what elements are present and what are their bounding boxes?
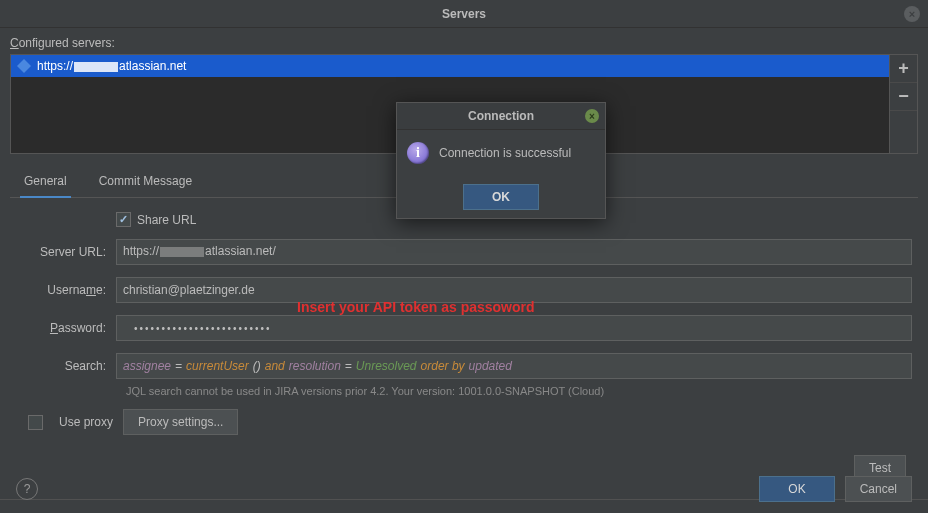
dialog-message: Connection is successful [439,146,571,160]
connection-dialog: Connection × i Connection is successful … [396,102,606,219]
cancel-button[interactable]: Cancel [845,476,912,502]
jql-help-text: JQL search cannot be used in JIRA versio… [126,385,912,397]
tab-general[interactable]: General [20,168,71,198]
window-titlebar: Servers × [0,0,928,28]
window-title: Servers [442,7,486,21]
username-label: Username: [16,283,116,297]
dialog-close-icon[interactable]: × [585,109,599,123]
dialog-ok-button[interactable]: OK [463,184,539,210]
use-proxy-checkbox[interactable] [28,415,43,430]
server-url-input[interactable]: https://atlassian.net/ [116,239,912,265]
server-list-toolbar: + − [889,55,917,153]
search-input[interactable]: assignee = currentUser() and resolution … [116,353,912,379]
password-input[interactable] [116,315,912,341]
password-label: Password: [16,321,116,335]
search-label: Search: [16,359,116,373]
help-button[interactable]: ? [16,478,38,500]
info-icon: i [407,142,429,164]
share-url-checkbox[interactable] [116,212,131,227]
username-input[interactable] [116,277,912,303]
redaction-mask [74,62,118,72]
jira-icon [17,59,31,73]
dialog-titlebar: Connection × [397,103,605,130]
share-url-label: Share URL [137,213,196,227]
use-proxy-label: Use proxy [59,415,113,429]
ok-button[interactable]: OK [759,476,834,502]
close-icon[interactable]: × [904,6,920,22]
footer: ? OK Cancel [0,465,928,513]
add-server-button[interactable]: + [890,55,917,83]
svg-marker-0 [17,59,31,73]
server-url-text: https://atlassian.net [37,59,186,73]
server-list-item[interactable]: https://atlassian.net [11,55,889,77]
server-url-label: Server URL: [16,245,116,259]
tab-commit-message[interactable]: Commit Message [95,168,196,197]
configured-servers-label: Configured servers: [10,36,918,50]
proxy-settings-button[interactable]: Proxy settings... [123,409,238,435]
redaction-mask [160,247,204,257]
dialog-title: Connection [468,109,534,123]
remove-server-button[interactable]: − [890,83,917,111]
